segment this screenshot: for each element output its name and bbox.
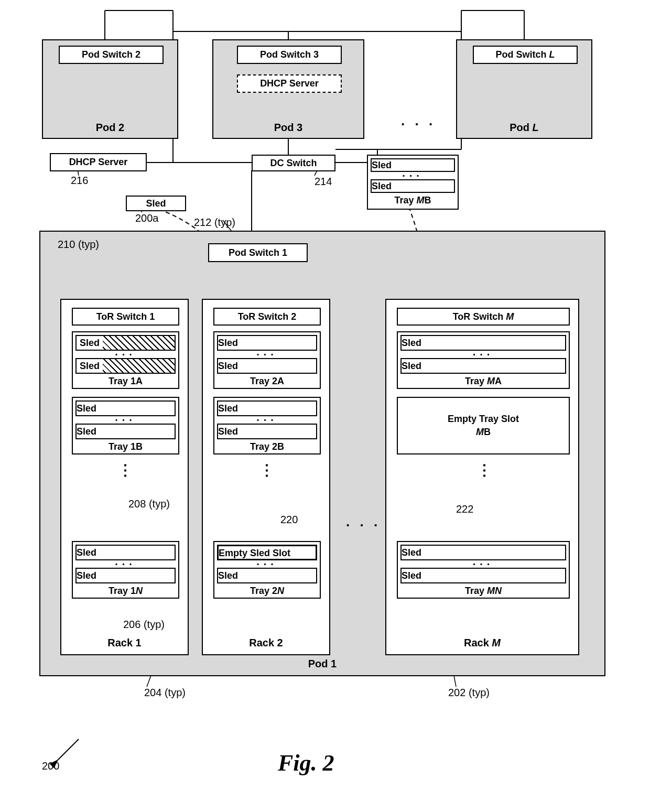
empty-tray-slot-mb: Empty Tray Slot MB [397,397,570,454]
sled: Sled [400,358,566,374]
callout-210: 210 (typ) [58,239,99,251]
sled: Sled [75,568,176,583]
callout-206: 206 (typ) [123,619,165,631]
pod-switch-1: Pod Switch 1 [208,243,308,262]
rack-m-label: Rack M [386,637,578,649]
dhcp-server-pod3: DHCP Server [237,74,342,93]
pod-1-label: Pod 1 [40,658,604,670]
tray-1n: Sled ··· Sled Tray 1N [72,541,179,599]
callout-208: 208 (typ) [128,498,170,510]
dhcp-server: DHCP Server [50,153,147,171]
callout-222: 222 [456,503,473,515]
pod-2-label: Pod 2 [43,122,177,134]
pod-switch-L: Pod Switch L [473,46,578,64]
sled: Sled [217,568,317,583]
floating-sled: Sled [126,196,186,211]
sled-hatched: Sled [75,358,176,374]
pod-3-label: Pod 3 [213,122,363,134]
tor-switch-2: ToR Switch 2 [213,308,321,326]
dc-switch: DC Switch [252,155,335,171]
tray-2n: Empty Sled Slot ··· Sled Tray 2N [213,541,321,599]
callout-202: 202 (typ) [448,687,490,699]
sled: Sled [217,358,317,374]
tor-switch-m: ToR Switch M [397,308,570,326]
tray-mn: Sled ··· Sled Tray MN [397,541,570,599]
pod-2: Pod Switch 2 Pod 2 [42,39,178,139]
pod-3: Pod Switch 3 DHCP Server Pod 3 [212,39,364,139]
pod-switch-3: Pod Switch 3 [237,46,342,64]
pod-switch-2: Pod Switch 2 [59,46,164,64]
sled: Sled [217,424,317,439]
rack-1-label: Rack 1 [61,637,188,649]
sled: Sled [75,424,176,439]
tor-switch-1: ToR Switch 1 [72,308,179,326]
figure-label: Fig. 2 [278,750,334,776]
callout-212: 212 (typ) [194,216,235,229]
tray-1b: Sled ··· Sled Tray 1B [72,397,179,454]
callout-200: 200 [42,760,59,772]
callout-220: 220 [280,514,298,526]
callout-214: 214 [315,176,332,188]
tray-1a: Sled ··· Sled Tray 1A [72,331,179,389]
tray-mb-label: Tray MB [368,193,458,208]
rack-2-label: Rack 2 [203,637,329,649]
ellipsis-racks: . . . [346,514,381,530]
sled: Sled [400,568,566,583]
callout-216: 216 [71,175,88,187]
pod-L-label: Pod L [457,122,591,134]
tray-mb-floating: Sled ··· Sled Tray MB [367,155,459,210]
ellipsis-top: . . . [401,113,436,129]
pod-L: Pod Switch L Pod L [456,39,592,139]
tray-ma: Sled ··· Sled Tray MA [397,331,570,389]
tray-2a: Sled ··· Sled Tray 2A [213,331,321,389]
callout-200a: 200a [135,212,159,224]
callout-204: 204 (typ) [144,687,186,699]
tray-2b: Sled ··· Sled Tray 2B [213,397,321,454]
